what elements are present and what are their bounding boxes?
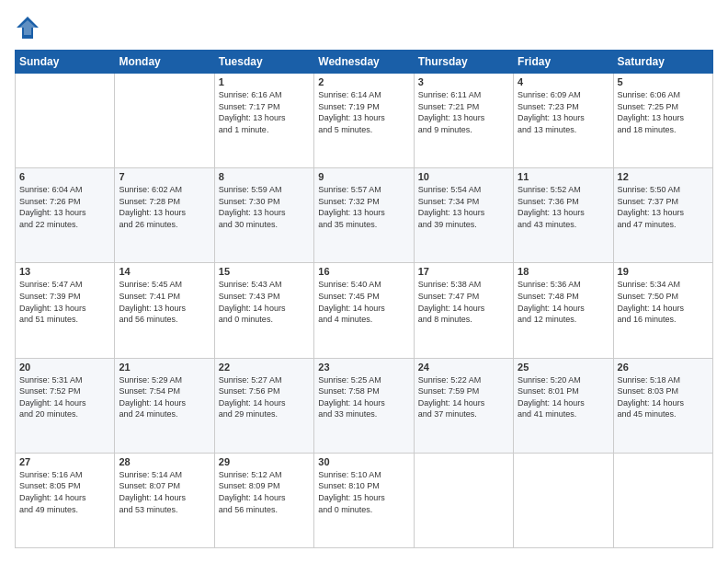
calendar-cell: 1Sunrise: 6:16 AM Sunset: 7:17 PM Daylig… <box>214 74 313 168</box>
calendar-header-monday: Monday <box>115 51 214 74</box>
calendar-week-1: 1Sunrise: 6:16 AM Sunset: 7:17 PM Daylig… <box>16 74 713 168</box>
calendar-cell: 25Sunrise: 5:20 AM Sunset: 8:01 PM Dayli… <box>514 358 613 453</box>
day-number: 8 <box>219 171 310 182</box>
day-number: 11 <box>518 171 609 182</box>
calendar-cell: 8Sunrise: 5:59 AM Sunset: 7:30 PM Daylig… <box>214 168 313 263</box>
day-detail: Sunrise: 6:11 AM Sunset: 7:21 PM Dayligh… <box>418 89 509 135</box>
day-detail: Sunrise: 6:14 AM Sunset: 7:19 PM Dayligh… <box>318 89 409 135</box>
calendar-table: SundayMondayTuesdayWednesdayThursdayFrid… <box>15 50 713 548</box>
calendar-cell <box>514 453 613 547</box>
day-number: 21 <box>119 362 210 373</box>
day-number: 20 <box>19 362 110 373</box>
day-detail: Sunrise: 5:59 AM Sunset: 7:30 PM Dayligh… <box>219 184 310 230</box>
day-detail: Sunrise: 6:04 AM Sunset: 7:26 PM Dayligh… <box>19 184 110 230</box>
day-detail: Sunrise: 5:25 AM Sunset: 7:58 PM Dayligh… <box>318 374 409 420</box>
day-number: 23 <box>318 362 409 373</box>
calendar-week-5: 27Sunrise: 5:16 AM Sunset: 8:05 PM Dayli… <box>16 453 713 547</box>
calendar-cell: 26Sunrise: 5:18 AM Sunset: 8:03 PM Dayli… <box>613 358 712 453</box>
calendar-header-row: SundayMondayTuesdayWednesdayThursdayFrid… <box>16 51 713 74</box>
day-detail: Sunrise: 5:18 AM Sunset: 8:03 PM Dayligh… <box>618 374 709 420</box>
calendar-cell: 10Sunrise: 5:54 AM Sunset: 7:34 PM Dayli… <box>414 168 513 263</box>
day-detail: Sunrise: 5:31 AM Sunset: 7:52 PM Dayligh… <box>19 374 110 420</box>
day-number: 30 <box>318 456 409 467</box>
calendar-cell: 5Sunrise: 6:06 AM Sunset: 7:25 PM Daylig… <box>613 74 712 168</box>
calendar-header-wednesday: Wednesday <box>314 51 414 74</box>
calendar-cell: 19Sunrise: 5:34 AM Sunset: 7:50 PM Dayli… <box>613 263 712 358</box>
day-number: 3 <box>418 76 509 87</box>
calendar-header-friday: Friday <box>514 51 613 74</box>
calendar-cell: 7Sunrise: 6:02 AM Sunset: 7:28 PM Daylig… <box>115 168 214 263</box>
calendar-header-tuesday: Tuesday <box>214 51 313 74</box>
day-detail: Sunrise: 5:12 AM Sunset: 8:09 PM Dayligh… <box>219 469 310 515</box>
calendar-week-2: 6Sunrise: 6:04 AM Sunset: 7:26 PM Daylig… <box>16 168 713 263</box>
day-number: 13 <box>19 266 110 277</box>
day-number: 1 <box>219 76 310 87</box>
calendar-cell: 20Sunrise: 5:31 AM Sunset: 7:52 PM Dayli… <box>16 358 115 453</box>
day-number: 6 <box>19 171 110 182</box>
calendar-cell: 18Sunrise: 5:36 AM Sunset: 7:48 PM Dayli… <box>514 263 613 358</box>
day-number: 5 <box>618 76 709 87</box>
calendar-cell <box>414 453 513 547</box>
calendar-cell: 14Sunrise: 5:45 AM Sunset: 7:41 PM Dayli… <box>115 263 214 358</box>
day-detail: Sunrise: 5:20 AM Sunset: 8:01 PM Dayligh… <box>518 374 609 420</box>
day-detail: Sunrise: 5:22 AM Sunset: 7:59 PM Dayligh… <box>418 374 509 420</box>
calendar-week-4: 20Sunrise: 5:31 AM Sunset: 7:52 PM Dayli… <box>16 358 713 453</box>
day-detail: Sunrise: 5:36 AM Sunset: 7:48 PM Dayligh… <box>518 279 609 325</box>
day-number: 15 <box>219 266 310 277</box>
day-detail: Sunrise: 5:52 AM Sunset: 7:36 PM Dayligh… <box>518 184 609 230</box>
logo <box>15 15 42 40</box>
day-detail: Sunrise: 5:43 AM Sunset: 7:43 PM Dayligh… <box>219 279 310 325</box>
day-detail: Sunrise: 5:54 AM Sunset: 7:34 PM Dayligh… <box>418 184 509 230</box>
calendar-cell: 30Sunrise: 5:10 AM Sunset: 8:10 PM Dayli… <box>314 453 414 547</box>
day-number: 27 <box>19 456 110 467</box>
day-number: 24 <box>418 362 509 373</box>
day-detail: Sunrise: 6:02 AM Sunset: 7:28 PM Dayligh… <box>119 184 210 230</box>
calendar-cell: 21Sunrise: 5:29 AM Sunset: 7:54 PM Dayli… <box>115 358 214 453</box>
day-number: 7 <box>119 171 210 182</box>
calendar-cell: 17Sunrise: 5:38 AM Sunset: 7:47 PM Dayli… <box>414 263 513 358</box>
day-detail: Sunrise: 6:09 AM Sunset: 7:23 PM Dayligh… <box>518 89 609 135</box>
calendar-cell: 3Sunrise: 6:11 AM Sunset: 7:21 PM Daylig… <box>414 74 513 168</box>
day-number: 28 <box>119 456 210 467</box>
calendar-cell <box>16 74 115 168</box>
day-number: 17 <box>418 266 509 277</box>
day-number: 12 <box>618 171 709 182</box>
day-detail: Sunrise: 5:29 AM Sunset: 7:54 PM Dayligh… <box>119 374 210 420</box>
calendar-cell: 16Sunrise: 5:40 AM Sunset: 7:45 PM Dayli… <box>314 263 414 358</box>
day-detail: Sunrise: 5:16 AM Sunset: 8:05 PM Dayligh… <box>19 469 110 515</box>
calendar-header-saturday: Saturday <box>613 51 712 74</box>
day-number: 16 <box>318 266 409 277</box>
calendar-cell: 23Sunrise: 5:25 AM Sunset: 7:58 PM Dayli… <box>314 358 414 453</box>
day-number: 9 <box>318 171 409 182</box>
day-detail: Sunrise: 5:14 AM Sunset: 8:07 PM Dayligh… <box>119 469 210 515</box>
day-detail: Sunrise: 5:40 AM Sunset: 7:45 PM Dayligh… <box>318 279 409 325</box>
day-detail: Sunrise: 5:27 AM Sunset: 7:56 PM Dayligh… <box>219 374 310 420</box>
calendar-cell: 4Sunrise: 6:09 AM Sunset: 7:23 PM Daylig… <box>514 74 613 168</box>
calendar-cell: 27Sunrise: 5:16 AM Sunset: 8:05 PM Dayli… <box>16 453 115 547</box>
calendar-cell: 15Sunrise: 5:43 AM Sunset: 7:43 PM Dayli… <box>214 263 313 358</box>
calendar-cell <box>115 74 214 168</box>
day-number: 4 <box>518 76 609 87</box>
day-detail: Sunrise: 5:38 AM Sunset: 7:47 PM Dayligh… <box>418 279 509 325</box>
day-detail: Sunrise: 5:47 AM Sunset: 7:39 PM Dayligh… <box>19 279 110 325</box>
calendar-header-sunday: Sunday <box>16 51 115 74</box>
day-detail: Sunrise: 6:16 AM Sunset: 7:17 PM Dayligh… <box>219 89 310 135</box>
calendar-cell: 9Sunrise: 5:57 AM Sunset: 7:32 PM Daylig… <box>314 168 414 263</box>
day-detail: Sunrise: 5:45 AM Sunset: 7:41 PM Dayligh… <box>119 279 210 325</box>
calendar-cell: 28Sunrise: 5:14 AM Sunset: 8:07 PM Dayli… <box>115 453 214 547</box>
calendar-cell: 13Sunrise: 5:47 AM Sunset: 7:39 PM Dayli… <box>16 263 115 358</box>
day-detail: Sunrise: 5:50 AM Sunset: 7:37 PM Dayligh… <box>618 184 709 230</box>
header <box>15 15 713 40</box>
calendar-cell: 24Sunrise: 5:22 AM Sunset: 7:59 PM Dayli… <box>414 358 513 453</box>
calendar-week-3: 13Sunrise: 5:47 AM Sunset: 7:39 PM Dayli… <box>16 263 713 358</box>
day-number: 19 <box>618 266 709 277</box>
day-detail: Sunrise: 5:57 AM Sunset: 7:32 PM Dayligh… <box>318 184 409 230</box>
calendar-header-thursday: Thursday <box>414 51 513 74</box>
day-detail: Sunrise: 5:34 AM Sunset: 7:50 PM Dayligh… <box>618 279 709 325</box>
logo-icon <box>15 15 40 40</box>
calendar-cell: 11Sunrise: 5:52 AM Sunset: 7:36 PM Dayli… <box>514 168 613 263</box>
calendar-cell: 6Sunrise: 6:04 AM Sunset: 7:26 PM Daylig… <box>16 168 115 263</box>
day-detail: Sunrise: 5:10 AM Sunset: 8:10 PM Dayligh… <box>318 469 409 515</box>
day-number: 29 <box>219 456 310 467</box>
day-detail: Sunrise: 6:06 AM Sunset: 7:25 PM Dayligh… <box>618 89 709 135</box>
